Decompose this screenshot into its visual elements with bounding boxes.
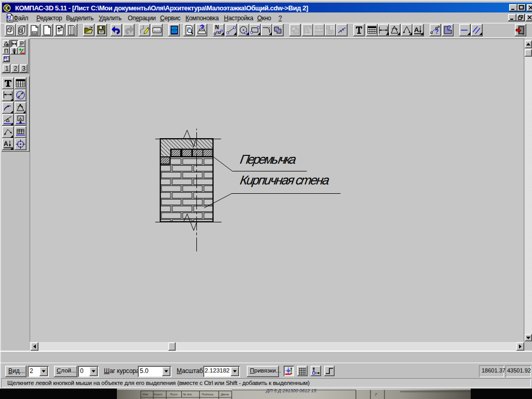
svg-text:Изм.: Изм.: [142, 393, 149, 396]
svg-text:Дата: Дата: [220, 393, 229, 396]
svg-text:Кирпичная стена: Кирпичная стена: [239, 174, 330, 188]
svg-text:№ док.: № док.: [183, 393, 193, 396]
svg-text:Колич.: Колич.: [154, 393, 163, 396]
svg-text:Перемычка: Перемычка: [239, 153, 297, 167]
svg-text:Лист: Лист: [169, 393, 178, 396]
svg-text:7: 7: [375, 392, 377, 397]
svg-text:ДП 5 Д 291300 0612 15: ДП 5 Д 291300 0612 15: [265, 389, 317, 393]
svg-text:Подпись: Подпись: [202, 393, 214, 396]
